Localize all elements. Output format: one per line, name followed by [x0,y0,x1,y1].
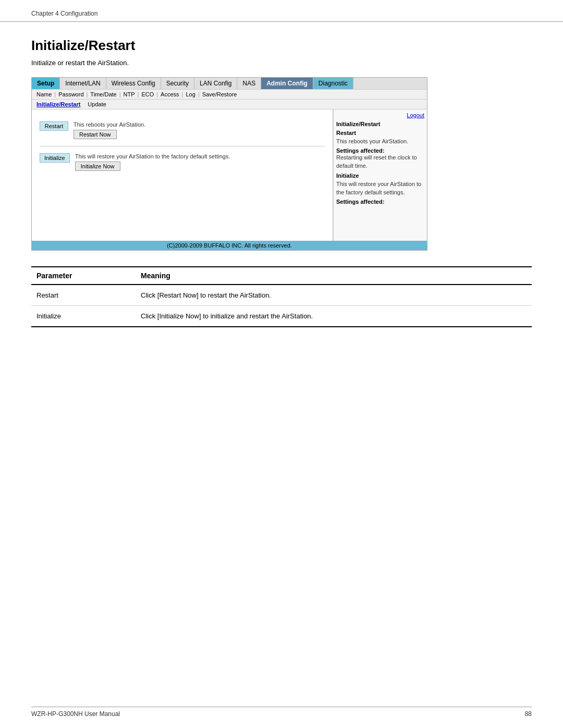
main-content: Initialize/Restart Initialize or restart… [0,22,563,348]
help-panel: Initialize/Restart Restart This reboots … [336,118,424,238]
page-footer: WZR-HP-G300NH User Manual 88 [31,707,532,718]
restart-content: This reboots your AirStation. Restart No… [74,121,325,139]
param-table: Parameter Meaning RestartClick [Restart … [31,266,532,327]
third-nav-update[interactable]: Update [85,101,108,108]
third-nav-init-restart[interactable]: Initialize/Restart [34,101,82,108]
chapter-label: Chapter 4 Configuration [31,10,97,17]
table-row: RestartClick [Restart Now] to restart th… [31,285,532,306]
sub-nav-log[interactable]: Log [183,91,197,98]
footer-right: 88 [525,710,532,718]
nav-tab-wireless-config[interactable]: Wireless Config [106,78,161,89]
meaning-header: Meaning [136,267,532,285]
sub-nav-timedate[interactable]: Time/Date [88,91,118,98]
sep7: | [198,91,200,97]
footer-left: WZR-HP-G300NH User Manual [31,710,120,718]
restart-now-button[interactable]: Restart Now [74,130,117,139]
table-row: InitializeClick [Initialize Now] to init… [31,306,532,327]
nav-tab-diagnostic[interactable]: Diagnostic [313,78,353,89]
help-title-initialize: Initialize [336,172,424,179]
help-title-init-restart: Initialize/Restart [336,121,424,127]
router-footer: (C)2000-2009 BUFFALO INC. All rights res… [32,241,427,250]
sub-nav-name[interactable]: Name [34,91,54,98]
section-divider [40,146,325,146]
router-ui-screenshot: Setup Internet/LAN Wireless Config Secur… [31,77,427,251]
help-title-restart: Restart [336,130,424,136]
restart-label: Restart [40,121,68,131]
nav-tabs-row1: Setup Internet/LAN Wireless Config Secur… [32,78,427,89]
logout-button[interactable]: Logout [407,112,424,118]
nav-tab-nas[interactable]: NAS [237,78,261,89]
third-nav-row: Initialize/Restart Update [32,100,427,109]
sub-nav-ntp[interactable]: NTP [121,91,137,98]
nav-tab-setup[interactable]: Setup [32,78,60,89]
sep2: | [87,91,88,97]
page-title: Initialize/Restart [31,38,532,54]
initialize-section: Initialize This will restore your AirSta… [37,151,327,174]
sep4: | [138,91,139,97]
page-header: Chapter 4 Configuration [0,0,563,22]
initialize-desc: This will restore your AirStation to the… [75,153,325,159]
help-settings-label-initialize: Settings affected: [336,199,424,205]
initialize-content: This will restore your AirStation to the… [75,153,325,171]
sep6: | [182,91,183,97]
sep1: | [54,91,56,97]
initialize-label: Initialize [40,153,70,163]
meaning-cell: Click [Initialize Now] to initialize and… [136,306,532,327]
nav-tab-internet-lan[interactable]: Internet/LAN [60,78,106,89]
sub-nav-password[interactable]: Password [56,91,85,98]
restart-desc: This reboots your AirStation. [74,121,325,128]
param-cell: Restart [31,285,136,306]
help-body-initialize: This will restore your AirStation to the… [336,180,424,196]
nav-tab-admin-config[interactable]: Admin Config [261,78,313,89]
nav-tab-lan-config[interactable]: LAN Config [194,78,237,89]
nav-tab-security[interactable]: Security [161,78,194,89]
sep3: | [119,91,121,97]
help-body-restart: This reboots your AirStation. [336,138,424,145]
param-header: Parameter [31,267,136,285]
initialize-now-button[interactable]: Initialize Now [75,162,120,171]
help-settings-body-restart: Restarting will reset the clock to defau… [336,154,424,170]
sub-nav-row: Name | Password | Time/Date | NTP | ECO … [32,89,427,100]
sub-nav-access[interactable]: Access [158,91,181,98]
meaning-cell: Click [Restart Now] to restart the AirSt… [136,285,532,306]
help-settings-label-restart: Settings affected: [336,147,424,154]
router-right-panel: Logout Initialize/Restart Restart This r… [333,109,427,241]
router-left-panel: Restart This reboots your AirStation. Re… [32,109,333,241]
sep5: | [156,91,158,97]
restart-section: Restart This reboots your AirStation. Re… [37,119,327,142]
page-subtitle: Initialize or restart the AirStation. [31,59,532,67]
router-body: Restart This reboots your AirStation. Re… [32,109,427,241]
sub-nav-eco[interactable]: ECO [139,91,156,98]
sub-nav-saverestore[interactable]: Save/Restore [200,91,239,98]
param-cell: Initialize [31,306,136,327]
